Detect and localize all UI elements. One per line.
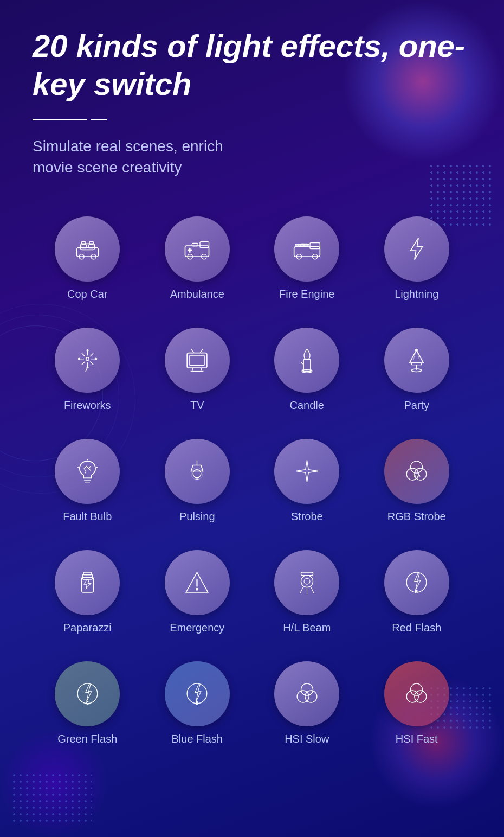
svg-point-37 <box>78 358 80 360</box>
svg-point-78 <box>196 589 198 591</box>
svg-line-42 <box>192 368 193 371</box>
effect-hl-beam[interactable]: H/L Beam <box>252 539 362 645</box>
hl-beam-icon-circle <box>274 550 339 615</box>
ambulance-icon-circle <box>165 216 230 282</box>
cop-car-label: Cop Car <box>67 288 107 301</box>
effect-blue-flash[interactable]: B Blue Flash <box>143 650 253 756</box>
svg-point-35 <box>87 350 88 352</box>
effect-pulsing[interactable]: Pulsing <box>143 428 253 534</box>
fire-engine-icon-circle <box>274 216 339 282</box>
effect-red-flash[interactable]: R Red Flash <box>362 539 472 645</box>
svg-rect-16 <box>310 243 320 249</box>
party-label: Party <box>404 399 429 412</box>
fault-bulb-icon-circle <box>55 439 120 504</box>
rgb-strobe-label: RGB Strobe <box>387 510 446 523</box>
rgb-strobe-icon-circle: RGB <box>384 439 449 504</box>
svg-point-97 <box>415 691 427 702</box>
subtitle: Simulate real scenes, enrichmovie scene … <box>33 136 471 178</box>
effect-rgb-strobe[interactable]: RGB RGB Strobe <box>362 428 472 534</box>
svg-line-32 <box>90 361 93 365</box>
green-flash-icon-circle: G <box>55 661 120 726</box>
effect-cop-car[interactable]: Cop Car <box>33 206 143 311</box>
red-flash-icon: R <box>402 567 431 597</box>
svg-marker-25 <box>411 238 423 259</box>
green-flash-icon: G <box>73 679 102 708</box>
svg-line-45 <box>191 349 195 353</box>
tv-icon <box>182 345 212 375</box>
red-flash-label: Red Flash <box>392 622 441 634</box>
emergency-icon <box>182 567 212 597</box>
fault-bulb-label: Fault Bulb <box>63 510 112 523</box>
svg-point-94 <box>305 691 317 702</box>
svg-text:RGB: RGB <box>413 474 421 478</box>
effect-tv[interactable]: TV <box>143 317 253 423</box>
svg-line-33 <box>90 353 93 356</box>
svg-point-80 <box>301 576 313 587</box>
svg-rect-2 <box>81 242 85 245</box>
svg-line-31 <box>82 353 85 356</box>
fire-engine-label: Fire Engine <box>279 288 334 301</box>
effect-fire-engine[interactable]: Fire Engine <box>252 206 362 311</box>
effect-hsi-slow[interactable]: HSI Slow <box>252 650 362 756</box>
effect-ambulance[interactable]: Ambulance <box>143 206 253 311</box>
svg-text:B: B <box>196 701 199 706</box>
effect-hsi-fast[interactable]: HSI Fast <box>362 650 472 756</box>
fireworks-icon <box>73 345 102 375</box>
hsi-fast-icon-circle <box>384 661 449 726</box>
fire-engine-icon <box>292 234 322 264</box>
svg-point-84 <box>304 578 310 584</box>
candle-icon <box>292 345 322 375</box>
effect-green-flash[interactable]: G Green Flash <box>33 650 143 756</box>
svg-point-92 <box>301 683 313 695</box>
hsi-fast-label: HSI Fast <box>396 733 438 745</box>
lightning-icon <box>402 234 431 264</box>
fireworks-icon-circle <box>55 328 120 393</box>
candle-icon-circle <box>274 328 339 393</box>
svg-point-57 <box>416 349 418 351</box>
hsi-slow-label: HSI Slow <box>285 733 329 745</box>
pulsing-label: Pulsing <box>179 510 215 523</box>
strobe-label: Strobe <box>291 510 323 523</box>
effect-fireworks[interactable]: Fireworks <box>33 317 143 423</box>
effect-fault-bulb[interactable]: Fault Bulb <box>33 428 143 534</box>
emergency-icon-circle <box>165 550 230 615</box>
candle-label: Candle <box>290 399 324 412</box>
effect-candle[interactable]: Candle <box>252 317 362 423</box>
effect-lightning[interactable]: Lightning <box>362 206 472 311</box>
svg-line-46 <box>200 349 203 353</box>
svg-rect-3 <box>89 242 93 245</box>
tv-label: TV <box>190 399 204 412</box>
tv-icon-circle <box>165 328 230 393</box>
pulsing-icon-circle <box>165 439 230 504</box>
green-flash-label: Green Flash <box>57 733 117 745</box>
lightning-icon-circle <box>384 216 449 282</box>
rgb-strobe-icon: RGB <box>402 456 431 486</box>
blue-flash-icon: B <box>182 679 212 708</box>
cop-car-icon-circle <box>55 216 120 282</box>
svg-rect-75 <box>83 572 92 575</box>
effects-grid: Cop Car Ambulance <box>33 206 471 756</box>
hsi-slow-icon <box>292 679 322 708</box>
emergency-label: Emergency <box>170 622 224 634</box>
svg-rect-52 <box>412 363 422 365</box>
svg-rect-9 <box>200 242 209 248</box>
paparazzi-icon-circle <box>55 550 120 615</box>
svg-point-69 <box>411 461 423 473</box>
effect-paparazzi[interactable]: Paparazzi <box>33 539 143 645</box>
svg-text:R: R <box>415 590 418 595</box>
cop-car-icon <box>73 234 102 264</box>
blue-flash-icon-circle: B <box>165 661 230 726</box>
effect-strobe[interactable]: Strobe <box>252 428 362 534</box>
svg-marker-51 <box>410 350 424 363</box>
svg-rect-41 <box>190 355 205 365</box>
effect-party[interactable]: Party <box>362 317 472 423</box>
main-title: 20 kinds of light effects, one-key switc… <box>33 27 471 103</box>
red-flash-icon-circle: R <box>384 550 449 615</box>
party-icon <box>402 345 431 375</box>
pulsing-icon <box>182 456 212 486</box>
lightning-label: Lightning <box>395 288 438 301</box>
ambulance-icon <box>182 234 212 264</box>
fault-bulb-icon <box>73 456 102 486</box>
effect-emergency[interactable]: Emergency <box>143 539 253 645</box>
paparazzi-icon <box>73 567 102 597</box>
